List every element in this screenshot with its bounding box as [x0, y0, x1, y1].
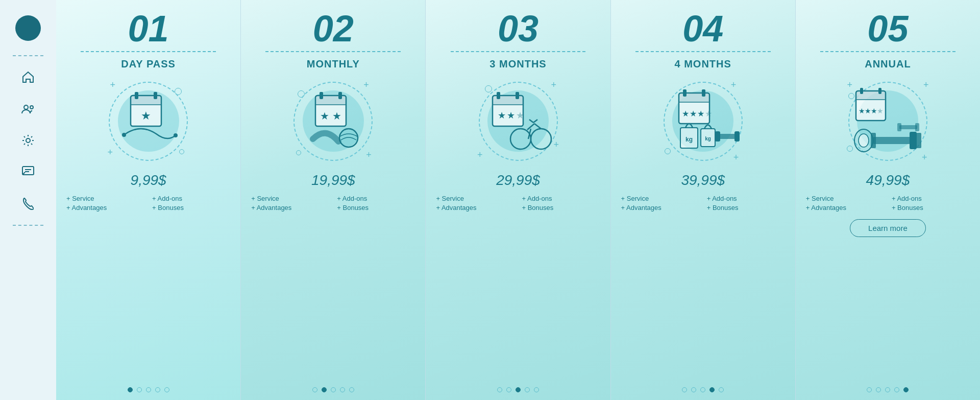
dot-3-1[interactable]	[497, 387, 502, 392]
plan-card-3months: 03 3 MONTHS + + + ★ ★ ★	[425, 0, 610, 400]
dot-5-2[interactable]	[876, 387, 881, 392]
plan-icon-area-1: + + ★	[105, 78, 192, 164]
feature-1-1: + Service	[66, 195, 144, 202]
dot-1-1[interactable]	[128, 387, 133, 392]
svg-rect-10	[154, 92, 157, 99]
dot-4-4[interactable]	[709, 387, 715, 392]
feature-2-4: + Bonuses	[337, 204, 415, 211]
plan-title-5: ANNUAL	[865, 58, 911, 70]
feature-4-3: + Advantages	[621, 204, 699, 211]
dot-3-2[interactable]	[506, 387, 511, 392]
dot-4-5[interactable]	[719, 387, 724, 392]
sidebar-divider-top	[13, 55, 43, 56]
plan-number-1: 01	[128, 10, 169, 47]
users-icon[interactable]	[15, 96, 41, 122]
plan-features-3: + Service + Add-ons + Advantages + Bonus…	[433, 195, 602, 211]
dot-3-5[interactable]	[534, 387, 539, 392]
deco-plus-1: +	[110, 80, 116, 89]
svg-rect-18	[338, 92, 342, 99]
plan-divider-4	[635, 51, 771, 52]
svg-point-31	[510, 129, 531, 149]
dot-5-4[interactable]	[894, 387, 899, 392]
svg-rect-51	[715, 131, 720, 142]
plan-icon-svg-5: ★ ★ ★ ★	[848, 87, 927, 156]
svg-text:★: ★	[332, 110, 341, 122]
svg-rect-64	[873, 137, 911, 144]
plan-icon-area-3: + + + ★ ★ ★	[475, 78, 561, 164]
dot-4-1[interactable]	[682, 387, 687, 392]
dot-2-1[interactable]	[312, 387, 317, 392]
plan-divider-1	[81, 51, 216, 52]
plan-title-4: 4 MONTHS	[675, 58, 731, 70]
svg-rect-68	[899, 125, 917, 129]
plan-icon-svg-3: ★ ★ ★	[482, 88, 554, 154]
dot-3-4[interactable]	[525, 387, 530, 392]
plan-features-4: + Service + Add-ons + Advantages + Bonus…	[619, 195, 788, 211]
dot-4-3[interactable]	[700, 387, 705, 392]
dot-5-5[interactable]	[903, 387, 909, 392]
svg-text:★: ★	[682, 109, 689, 118]
feature-4-1: + Service	[621, 195, 699, 202]
deco-plus-2: +	[108, 148, 113, 157]
plan-price-1: 9,99$	[131, 172, 166, 189]
deco-plus-6: +	[477, 150, 483, 159]
svg-text:★: ★	[320, 110, 329, 122]
plan-number-3: 03	[498, 10, 538, 47]
plan-card-annual: 05 ANNUAL + + + ★ ★ ★ ★	[795, 0, 980, 400]
dot-5-3[interactable]	[885, 387, 890, 392]
svg-rect-26	[516, 92, 519, 99]
svg-rect-25	[497, 92, 500, 99]
svg-point-30	[531, 129, 551, 149]
svg-text:★: ★	[498, 110, 506, 121]
feature-4-4: + Bonuses	[707, 204, 785, 211]
plan-features-5: + Service + Add-ons + Advantages + Bonus…	[803, 195, 972, 211]
dot-1-2[interactable]	[137, 387, 142, 392]
svg-text:★: ★	[516, 110, 524, 121]
pagination-5	[867, 387, 909, 392]
plan-price-3: 29,99$	[496, 172, 540, 189]
svg-rect-17	[320, 92, 323, 99]
plan-divider-2	[265, 51, 401, 52]
svg-point-13	[174, 133, 178, 137]
dot-4-2[interactable]	[691, 387, 696, 392]
plan-number-2: 02	[313, 10, 354, 47]
plan-card-4months: 04 4 MONTHS + + ★ ★ ★ ★ k	[610, 0, 795, 400]
home-icon[interactable]	[15, 64, 41, 90]
svg-point-2	[26, 138, 30, 143]
chat-icon[interactable]	[15, 159, 41, 185]
deco-plus-4: +	[366, 150, 372, 159]
dot-2-4[interactable]	[340, 387, 345, 392]
dot-1-3[interactable]	[146, 387, 151, 392]
svg-text:★: ★	[141, 109, 151, 122]
dot-2-3[interactable]	[331, 387, 336, 392]
feature-2-2: + Add-ons	[337, 195, 415, 202]
svg-point-21	[339, 129, 358, 147]
feature-1-3: + Advantages	[66, 204, 144, 211]
dot-5-1[interactable]	[867, 387, 872, 392]
feature-1-2: + Add-ons	[152, 195, 230, 202]
feature-5-1: + Service	[806, 195, 884, 202]
svg-text:kg: kg	[685, 136, 693, 143]
dot-1-4[interactable]	[155, 387, 160, 392]
dot-1-5[interactable]	[164, 387, 169, 392]
dot-3-3[interactable]	[516, 387, 521, 392]
deco-plus-7: +	[553, 140, 559, 149]
svg-text:★: ★	[876, 107, 883, 115]
svg-text:★: ★	[690, 109, 697, 118]
dot-2-5[interactable]	[349, 387, 354, 392]
learn-more-button[interactable]: Learn more	[850, 219, 926, 237]
plan-number-5: 05	[867, 10, 908, 47]
svg-text:★: ★	[697, 109, 704, 118]
plan-icon-svg-4: ★ ★ ★ ★ kg kg	[666, 88, 740, 154]
svg-rect-70	[915, 123, 919, 131]
svg-rect-9	[135, 92, 138, 99]
svg-line-36	[529, 120, 533, 123]
plan-title-3: 3 MONTHS	[489, 58, 546, 70]
dot-2-2[interactable]	[322, 387, 327, 392]
plan-card-day-pass: 01 DAY PASS + + ★	[56, 0, 240, 400]
svg-rect-56	[860, 88, 863, 94]
phone-icon[interactable]	[15, 191, 41, 217]
svg-rect-66	[916, 133, 921, 148]
pagination-2	[312, 387, 354, 392]
settings-icon[interactable]	[15, 128, 41, 153]
